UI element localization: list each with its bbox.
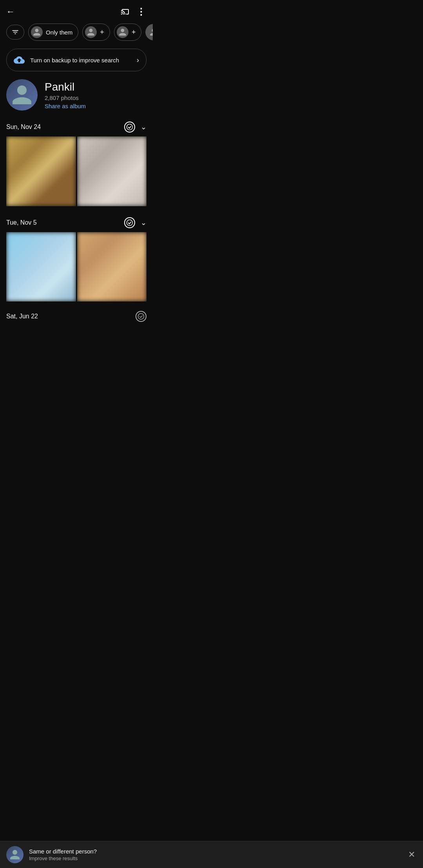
svg-point-1	[127, 220, 133, 225]
person4-chip[interactable]	[145, 24, 153, 40]
person-photo-count: 2,807 photos	[45, 94, 86, 101]
share-album-link[interactable]: Share as album	[45, 103, 86, 109]
date-group-tue-nov5: Tue, Nov 5 ⌄	[0, 211, 153, 307]
date-chevron-sun-nov24[interactable]: ⌄	[141, 123, 146, 131]
photo-tile-2[interactable]	[77, 136, 147, 206]
date-check-sat-jun22[interactable]	[136, 311, 146, 322]
person3-plus: +	[132, 28, 136, 36]
person1-avatar	[31, 26, 43, 38]
photo-grid-sun-nov24	[6, 136, 146, 208]
svg-point-2	[138, 314, 144, 320]
backup-icon	[14, 54, 25, 65]
backup-text: Turn on backup to improve search	[30, 57, 131, 64]
cast-icon[interactable]	[121, 6, 130, 17]
date-chevron-tue-nov5[interactable]: ⌄	[141, 218, 146, 227]
date-label-sat-jun22: Sat, Jun 22	[6, 313, 38, 320]
date-header-sun-nov24: Sun, Nov 24 ⌄	[6, 118, 146, 136]
person3-chip[interactable]: +	[114, 24, 142, 41]
person3-avatar	[117, 26, 128, 38]
person2-plus: +	[100, 28, 104, 36]
person-avatar-large	[6, 79, 38, 111]
date-actions-tue-nov5: ⌄	[124, 217, 146, 228]
date-label-tue-nov5: Tue, Nov 5	[6, 219, 37, 226]
photo-tile-3[interactable]	[6, 232, 76, 302]
date-check-sun-nov24[interactable]	[124, 122, 135, 133]
date-header-sat-jun22: Sat, Jun 22	[6, 306, 146, 325]
person-info: Pankil 2,807 photos Share as album	[45, 80, 86, 109]
date-label-sun-nov24: Sun, Nov 24	[6, 123, 41, 131]
photo-image-3	[6, 232, 76, 302]
person2-chip[interactable]: +	[82, 24, 110, 41]
filter-chip[interactable]	[6, 25, 24, 40]
photo-tile-1[interactable]	[6, 136, 76, 206]
header-right: ⋮	[121, 6, 146, 17]
photo-image-4	[77, 232, 147, 302]
more-options-icon[interactable]: ⋮	[136, 6, 146, 17]
date-check-tue-nov5[interactable]	[124, 217, 135, 228]
date-group-sat-jun22: Sat, Jun 22	[0, 306, 153, 325]
date-header-tue-nov5: Tue, Nov 5 ⌄	[6, 214, 146, 232]
only-them-chip[interactable]: Only them	[28, 24, 78, 41]
photo-image-2	[77, 136, 147, 206]
back-button[interactable]: ←	[6, 7, 15, 17]
person-profile: Pankil 2,807 photos Share as album	[0, 78, 153, 118]
chips-row: Only them + +	[0, 20, 153, 45]
person4-avatar	[145, 24, 153, 40]
photo-grid-tue-nov5	[6, 232, 146, 303]
person-name: Pankil	[45, 80, 86, 94]
only-them-label: Only them	[46, 29, 72, 36]
date-group-sun-nov24: Sun, Nov 24 ⌄	[0, 118, 153, 211]
header-left: ←	[6, 7, 15, 17]
date-actions-sat-jun22	[136, 311, 146, 322]
header: ← ⋮	[0, 0, 153, 20]
backup-arrow-icon: ›	[137, 56, 139, 64]
svg-point-0	[127, 124, 133, 130]
photo-image-1	[6, 136, 76, 206]
photo-tile-4[interactable]	[77, 232, 147, 302]
backup-banner[interactable]: Turn on backup to improve search ›	[6, 49, 146, 71]
date-actions-sun-nov24: ⌄	[124, 122, 146, 133]
person2-avatar	[85, 26, 97, 38]
